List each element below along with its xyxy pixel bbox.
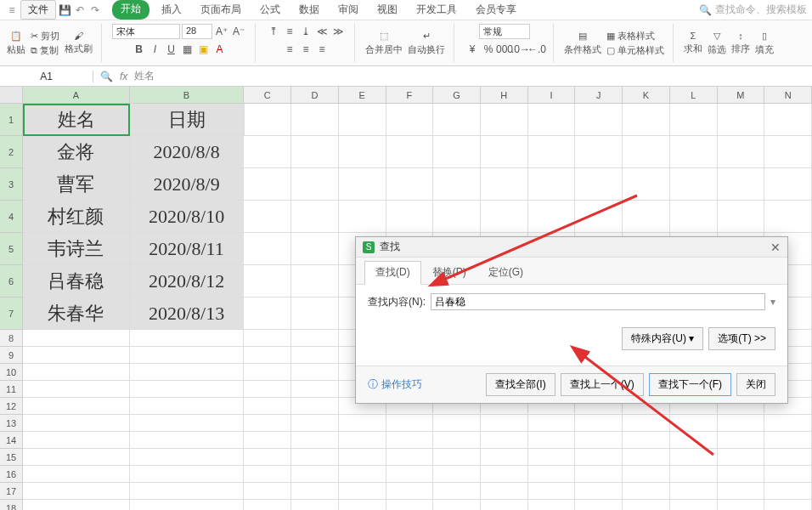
align-bottom-icon[interactable]: ⤓ xyxy=(298,24,313,39)
align-top-icon[interactable]: ⤒ xyxy=(266,24,281,39)
row-header[interactable]: 8 xyxy=(0,330,23,347)
format-painter-button[interactable]: 🖌 格式刷 xyxy=(65,31,93,55)
font-color-icon[interactable]: A xyxy=(212,42,228,57)
number-format-select[interactable]: 常规 xyxy=(479,24,530,39)
cell[interactable] xyxy=(291,449,339,466)
col-header-F[interactable]: F xyxy=(386,87,434,103)
redo-icon[interactable]: ↷ xyxy=(88,3,102,17)
row-header[interactable]: 3 xyxy=(0,168,23,201)
cell[interactable] xyxy=(23,483,130,500)
dialog-titlebar[interactable]: S 查找 ✕ xyxy=(356,237,787,258)
cell[interactable] xyxy=(623,168,670,201)
cell[interactable] xyxy=(764,415,812,432)
cell[interactable] xyxy=(386,136,434,168)
underline-icon[interactable]: U xyxy=(164,42,179,57)
cell[interactable] xyxy=(575,168,623,201)
cell[interactable] xyxy=(718,415,765,432)
cell[interactable] xyxy=(23,432,130,449)
decrease-font-icon[interactable]: A⁻ xyxy=(231,24,246,39)
col-header-I[interactable]: I xyxy=(528,87,576,103)
cell[interactable] xyxy=(670,500,718,510)
cell[interactable] xyxy=(764,449,812,466)
cell[interactable] xyxy=(291,347,339,364)
cell[interactable] xyxy=(764,201,812,233)
cell[interactable] xyxy=(386,168,434,201)
cell[interactable] xyxy=(718,500,765,510)
find-content-input[interactable] xyxy=(431,293,765,310)
cell[interactable] xyxy=(718,201,765,233)
col-header-C[interactable]: C xyxy=(244,87,291,103)
cell[interactable] xyxy=(623,136,670,168)
cell[interactable] xyxy=(23,381,130,398)
cell[interactable] xyxy=(339,432,386,449)
row-header[interactable]: 14 xyxy=(0,432,23,449)
cell[interactable] xyxy=(291,364,339,381)
cell[interactable] xyxy=(244,364,291,381)
tab-insert[interactable]: 插入 xyxy=(155,0,189,20)
cell[interactable] xyxy=(23,330,130,347)
file-menu[interactable]: 文件 xyxy=(20,0,56,20)
fill-color-icon[interactable]: ▣ xyxy=(196,42,211,57)
row-header[interactable]: 2 xyxy=(0,136,23,168)
cell[interactable]: 2020/8/8 xyxy=(130,136,245,168)
cell[interactable] xyxy=(386,104,434,136)
dialog-tab-replace[interactable]: 替换(P) xyxy=(421,261,477,284)
close-button[interactable]: 关闭 xyxy=(736,373,775,396)
cell[interactable] xyxy=(244,265,291,298)
cell[interactable] xyxy=(291,415,339,432)
cell[interactable] xyxy=(575,136,623,168)
font-size-select[interactable]: 28 xyxy=(182,24,212,39)
tab-dev[interactable]: 开发工具 xyxy=(409,0,464,20)
row-header[interactable]: 10 xyxy=(0,364,23,381)
cell[interactable] xyxy=(245,104,292,136)
cell[interactable] xyxy=(339,415,386,432)
auto-wrap-button[interactable]: ↵ 自动换行 xyxy=(408,31,445,56)
cell[interactable] xyxy=(481,466,528,483)
cell[interactable] xyxy=(339,483,386,500)
italic-icon[interactable]: I xyxy=(148,42,163,57)
cell[interactable] xyxy=(528,168,576,201)
cell[interactable] xyxy=(433,432,481,449)
cell[interactable] xyxy=(764,483,812,500)
fx-label[interactable]: fx xyxy=(120,71,127,82)
cell[interactable] xyxy=(433,449,481,466)
tab-formula[interactable]: 公式 xyxy=(253,0,287,20)
col-header-K[interactable]: K xyxy=(623,87,670,103)
cell[interactable] xyxy=(433,415,481,432)
find-all-button[interactable]: 查找全部(I) xyxy=(486,373,555,396)
cell[interactable] xyxy=(764,168,812,201)
align-center-icon[interactable]: ≡ xyxy=(298,42,313,57)
cell[interactable] xyxy=(670,201,718,233)
merge-center-button[interactable]: ⬚ 合并居中 xyxy=(365,31,403,56)
cell[interactable] xyxy=(481,168,528,201)
cell[interactable] xyxy=(623,449,670,466)
cell[interactable]: 朱春华 xyxy=(23,298,130,330)
cell[interactable] xyxy=(575,500,623,510)
col-header-L[interactable]: L xyxy=(670,87,718,103)
tab-view[interactable]: 视图 xyxy=(370,0,404,20)
tab-member[interactable]: 会员专享 xyxy=(469,0,523,20)
cell[interactable] xyxy=(623,104,670,136)
cell[interactable] xyxy=(386,415,434,432)
cell[interactable] xyxy=(244,168,291,201)
cell[interactable] xyxy=(244,201,291,233)
align-left-icon[interactable]: ≡ xyxy=(282,42,297,57)
sum-button[interactable]: Σ求和 xyxy=(684,31,702,55)
name-box[interactable]: A1 xyxy=(0,71,93,82)
cell[interactable] xyxy=(481,432,528,449)
cell[interactable] xyxy=(481,201,528,233)
cell[interactable]: 2020/8/13 xyxy=(130,298,245,330)
cell[interactable] xyxy=(575,449,623,466)
cell[interactable] xyxy=(623,483,670,500)
row-header[interactable]: 13 xyxy=(0,415,23,432)
cell[interactable] xyxy=(130,398,245,415)
cell[interactable]: 姓名 xyxy=(23,104,130,136)
cell[interactable] xyxy=(623,466,670,483)
tab-start[interactable]: 开始 xyxy=(112,0,149,20)
cell[interactable] xyxy=(291,201,339,233)
indent-dec-icon[interactable]: ≪ xyxy=(314,24,330,39)
col-header-B[interactable]: B xyxy=(130,87,245,103)
row-header[interactable]: 6 xyxy=(0,265,23,298)
cell[interactable] xyxy=(718,432,765,449)
font-name-select[interactable]: 宋体 xyxy=(112,24,180,39)
